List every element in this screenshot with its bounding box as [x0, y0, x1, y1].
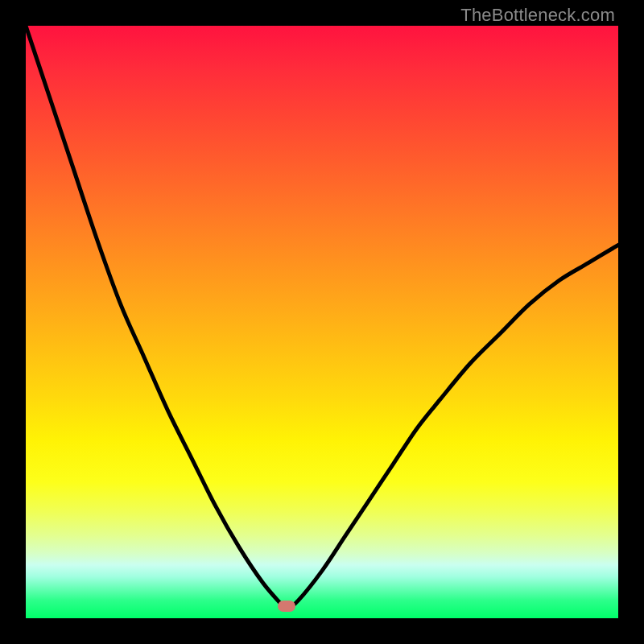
chart-frame: TheBottleneck.com [0, 0, 644, 644]
watermark-text: TheBottleneck.com [460, 5, 615, 26]
plot-area [26, 26, 618, 618]
optimal-point-marker [278, 601, 295, 612]
bottleneck-curve [26, 26, 618, 618]
curve-path [26, 26, 618, 609]
